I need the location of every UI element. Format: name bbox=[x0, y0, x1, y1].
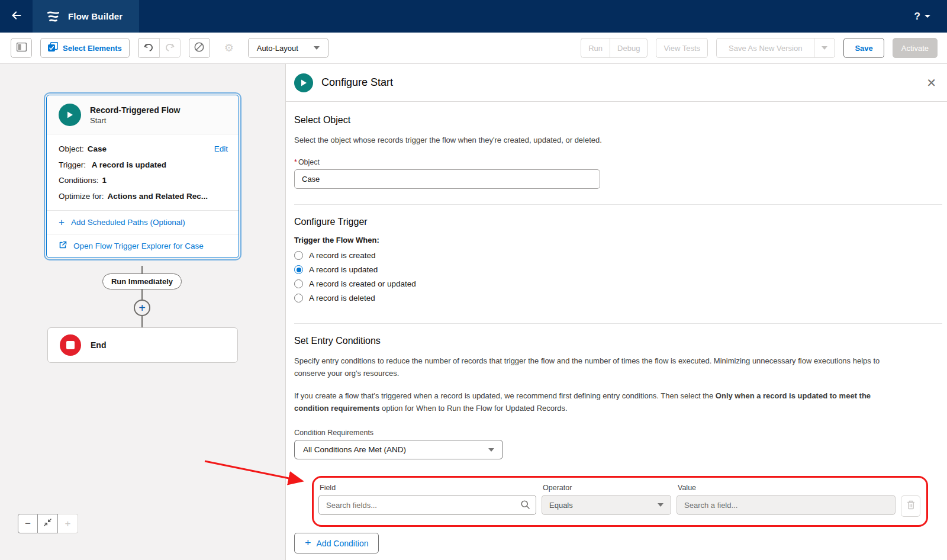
start-node-header: Record-Triggered Flow Start bbox=[47, 95, 239, 134]
toggle-toolbox-button[interactable] bbox=[11, 38, 32, 58]
radio-record-created[interactable]: A record is created bbox=[294, 251, 942, 260]
redo-button[interactable] bbox=[159, 38, 181, 58]
panel-toggle-icon bbox=[17, 43, 27, 53]
layout-select[interactable]: Auto-Layout bbox=[248, 38, 328, 58]
radio-selected-icon bbox=[294, 265, 303, 274]
chevron-down-icon bbox=[488, 448, 494, 452]
trigger-row: Trigger: A record is updated bbox=[59, 157, 228, 173]
add-condition-button[interactable]: + Add Condition bbox=[294, 533, 379, 553]
panel-title: Configure Start bbox=[321, 76, 393, 89]
open-flow-trigger-explorer-link[interactable]: Open Flow Trigger Explorer for Case bbox=[47, 234, 239, 258]
edit-link[interactable]: Edit bbox=[214, 141, 228, 157]
search-icon bbox=[521, 500, 530, 509]
settings-button[interactable]: ⚙ bbox=[218, 38, 240, 58]
entry-conditions-description-1: Specify entry conditions to reduce the n… bbox=[294, 355, 899, 379]
top-navbar: Flow Builder ? bbox=[0, 0, 947, 33]
start-play-icon bbox=[59, 104, 81, 126]
start-node-subtitle: Start bbox=[90, 116, 180, 125]
disable-elements-button[interactable] bbox=[189, 38, 210, 58]
delete-condition-button[interactable] bbox=[901, 495, 920, 517]
object-input[interactable] bbox=[294, 169, 600, 189]
debug-button[interactable]: Debug bbox=[610, 38, 648, 58]
select-object-heading: Select Object bbox=[294, 115, 942, 125]
run-immediately-badge: Run Immediately bbox=[102, 273, 182, 289]
activate-button[interactable]: Activate bbox=[893, 38, 938, 58]
plus-icon: + bbox=[305, 537, 311, 549]
redo-icon bbox=[165, 43, 175, 54]
trigger-when-label: Trigger the Flow When: bbox=[294, 236, 942, 244]
select-elements-icon bbox=[48, 42, 58, 54]
panel-header: Configure Start ✕ bbox=[286, 64, 947, 102]
chevron-down-icon bbox=[822, 46, 827, 50]
select-object-description: Select the object whose records trigger … bbox=[294, 134, 899, 146]
back-arrow-icon bbox=[10, 9, 23, 24]
operator-label: Operator bbox=[543, 484, 671, 492]
flow-builder-icon bbox=[46, 9, 61, 24]
fit-view-icon bbox=[43, 518, 52, 530]
chevron-down-icon bbox=[925, 15, 930, 18]
operator-column: Operator Equals bbox=[542, 482, 671, 517]
radio-icon bbox=[294, 279, 303, 288]
save-as-dropdown-button[interactable] bbox=[814, 38, 835, 58]
radio-icon bbox=[294, 294, 303, 302]
flow-canvas[interactable]: Record-Triggered Flow Start Object: Case… bbox=[0, 64, 286, 560]
toolbar: Select Elements ⚙ Auto-Layout Run Debug … bbox=[0, 33, 947, 64]
condition-requirements-select[interactable]: All Conditions Are Met (AND) bbox=[294, 440, 503, 459]
zoom-fit-button[interactable] bbox=[38, 514, 58, 533]
value-search-input[interactable] bbox=[677, 495, 896, 515]
required-asterisk: * bbox=[294, 158, 297, 166]
back-button[interactable] bbox=[0, 0, 33, 33]
optimize-row: Optimize for: Actions and Related Rec... bbox=[59, 189, 228, 205]
field-label: Field bbox=[320, 484, 536, 492]
entry-conditions-heading: Set Entry Conditions bbox=[294, 336, 942, 346]
layout-select-value: Auto-Layout bbox=[257, 44, 298, 53]
radio-record-deleted[interactable]: A record is deleted bbox=[294, 294, 942, 302]
chevron-down-icon bbox=[314, 46, 320, 50]
select-elements-button[interactable]: Select Elements bbox=[40, 38, 130, 58]
trash-icon bbox=[907, 500, 915, 512]
prohibit-icon bbox=[194, 42, 204, 54]
zoom-in-button[interactable]: + bbox=[58, 514, 78, 533]
help-menu[interactable]: ? bbox=[914, 0, 930, 33]
help-icon: ? bbox=[914, 11, 920, 22]
condition-requirements-label: Condition Requirements bbox=[294, 429, 942, 437]
view-tests-button[interactable]: View Tests bbox=[656, 38, 708, 58]
conditions-row: Conditions: 1 bbox=[59, 173, 228, 189]
end-node-label: End bbox=[91, 340, 106, 350]
condition-row-highlight: Field Operator Equals bbox=[312, 476, 928, 527]
radio-record-created-or-updated[interactable]: A record is created or updated bbox=[294, 279, 942, 288]
entry-conditions-section: Set Entry Conditions Specify entry condi… bbox=[294, 323, 942, 560]
select-object-section: Select Object Select the object whose re… bbox=[294, 102, 942, 204]
configure-trigger-heading: Configure Trigger bbox=[294, 217, 942, 227]
run-button[interactable]: Run bbox=[581, 38, 610, 58]
select-elements-label: Select Elements bbox=[63, 44, 122, 53]
zoom-out-button[interactable]: − bbox=[18, 514, 38, 533]
add-element-button[interactable]: + bbox=[134, 300, 150, 316]
value-column: Value bbox=[677, 482, 896, 517]
close-icon[interactable]: ✕ bbox=[926, 77, 936, 89]
object-row: Object: Case Edit bbox=[59, 141, 228, 157]
save-button[interactable]: Save bbox=[843, 38, 884, 58]
configure-trigger-section: Configure Trigger Trigger the Flow When:… bbox=[294, 204, 942, 323]
start-node-card[interactable]: Record-Triggered Flow Start Object: Case… bbox=[46, 95, 239, 258]
zoom-controls: − + bbox=[18, 514, 78, 533]
value-label: Value bbox=[678, 484, 896, 492]
field-column: Field bbox=[318, 482, 536, 517]
object-field-label: *Object bbox=[294, 158, 942, 166]
save-as-new-version-button[interactable]: Save As New Version bbox=[716, 38, 814, 58]
start-node-title: Record-Triggered Flow bbox=[90, 105, 180, 115]
run-debug-group: Run Debug bbox=[581, 38, 648, 58]
radio-record-updated[interactable]: A record is updated bbox=[294, 265, 942, 274]
external-link-icon bbox=[59, 241, 67, 251]
plus-icon: + bbox=[59, 217, 65, 227]
start-node-details: Object: Case Edit Trigger: A record is u… bbox=[47, 134, 239, 210]
configure-start-panel: Configure Start ✕ Select Object Select t… bbox=[286, 64, 947, 560]
operator-select[interactable]: Equals bbox=[542, 495, 671, 515]
app-title: Flow Builder bbox=[68, 11, 123, 21]
add-scheduled-paths-link[interactable]: + Add Scheduled Paths (Optional) bbox=[47, 210, 239, 234]
end-node-card[interactable]: End bbox=[47, 327, 238, 363]
field-search-input[interactable] bbox=[318, 495, 536, 515]
undo-button[interactable] bbox=[138, 38, 159, 58]
save-as-group: Save As New Version bbox=[716, 38, 835, 58]
app-tab: Flow Builder bbox=[33, 0, 139, 33]
